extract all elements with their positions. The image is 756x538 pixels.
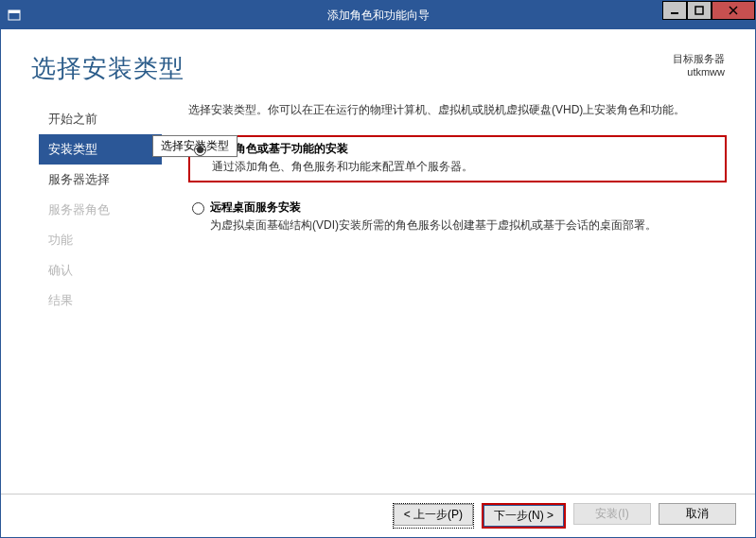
step-server-roles: 服务器角色 bbox=[39, 195, 162, 225]
option-role-title: 基于角色或基于功能的安装 bbox=[212, 141, 473, 157]
step-confirmation: 确认 bbox=[39, 255, 162, 286]
minimize-button[interactable] bbox=[662, 1, 687, 20]
titlebar: 添加角色和功能向导 bbox=[1, 1, 755, 29]
next-button[interactable]: 下一步(N) > bbox=[483, 505, 564, 527]
step-before-you-begin[interactable]: 开始之前 bbox=[39, 104, 162, 134]
step-server-selection[interactable]: 服务器选择 bbox=[39, 165, 162, 195]
cancel-button[interactable]: 取消 bbox=[659, 503, 736, 525]
next-button-highlight: 下一步(N) > bbox=[482, 503, 566, 529]
svg-rect-1 bbox=[9, 10, 20, 13]
prev-button-outline: < 上一步(P) bbox=[393, 503, 474, 529]
option-role-desc: 通过添加角色、角色服务和功能来配置单个服务器。 bbox=[212, 159, 473, 175]
previous-button[interactable]: < 上一步(P) bbox=[394, 504, 473, 526]
maximize-button[interactable] bbox=[687, 1, 712, 20]
wizard-steps: 开始之前 安装类型 服务器选择 服务器角色 功能 确认 结果 选择安装类型 bbox=[39, 102, 162, 494]
target-server-info: 目标服务器 utkmww bbox=[673, 52, 725, 78]
body: 开始之前 安装类型 服务器选择 服务器角色 功能 确认 结果 选择安装类型 选择… bbox=[1, 102, 755, 494]
main-content: 选择安装类型。你可以在正在运行的物理计算机、虚拟机或脱机虚拟硬盘(VHD)上安装… bbox=[162, 102, 738, 494]
option-role-based-install[interactable]: 基于角色或基于功能的安装 通过添加角色、角色服务和功能来配置单个服务器。 bbox=[188, 135, 727, 182]
window-title: 添加角色和功能向导 bbox=[1, 8, 755, 24]
wizard-window: 添加角色和功能向导 选择安装类型 目标服务器 utkmww 开始之前 安装类型 … bbox=[0, 0, 756, 538]
header: 选择安装类型 目标服务器 utkmww bbox=[1, 29, 755, 102]
footer-buttons: < 上一步(P) 下一步(N) > 安装(I) 取消 bbox=[1, 494, 755, 537]
target-server-name: utkmww bbox=[673, 66, 725, 78]
close-button[interactable] bbox=[712, 1, 755, 20]
page-title: 选择安装类型 bbox=[31, 52, 185, 85]
radio-remote-desktop[interactable] bbox=[192, 202, 204, 215]
step-features: 功能 bbox=[39, 225, 162, 255]
option-rds-title: 远程桌面服务安装 bbox=[210, 200, 657, 216]
option-remote-desktop-install[interactable]: 远程桌面服务安装 为虚拟桌面基础结构(VDI)安装所需的角色服务以创建基于虚拟机… bbox=[188, 196, 727, 239]
step-results: 结果 bbox=[39, 286, 162, 316]
option-rds-desc: 为虚拟桌面基础结构(VDI)安装所需的角色服务以创建基于虚拟机或基于会话的桌面部… bbox=[210, 217, 657, 234]
radio-role-based[interactable] bbox=[194, 144, 206, 156]
svg-rect-3 bbox=[695, 7, 703, 14]
install-button: 安装(I) bbox=[573, 503, 651, 525]
intro-text: 选择安装类型。你可以在正在运行的物理计算机、虚拟机或脱机虚拟硬盘(VHD)上安装… bbox=[188, 102, 727, 118]
step-installation-type[interactable]: 安装类型 bbox=[39, 134, 162, 165]
window-controls bbox=[662, 1, 755, 20]
app-icon bbox=[1, 9, 27, 22]
target-server-label: 目标服务器 bbox=[673, 52, 725, 66]
